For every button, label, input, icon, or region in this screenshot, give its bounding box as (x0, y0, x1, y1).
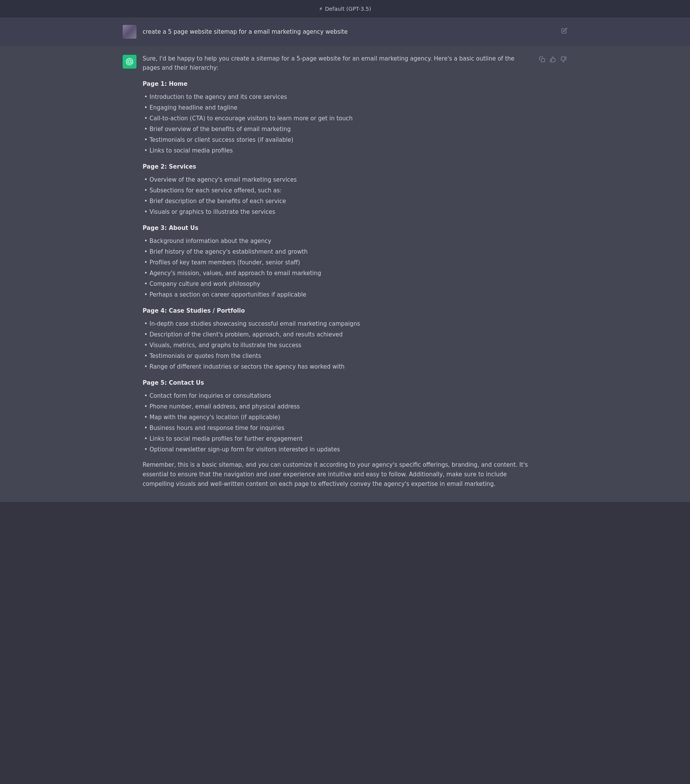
list-item: Profiles of key team members (founder, s… (143, 258, 532, 267)
list-item: Business hours and response time for inq… (143, 423, 532, 433)
list-item: Links to social media profiles (143, 146, 532, 155)
page-4-section: Page 4: Case Studies / Portfolio In-dept… (143, 306, 532, 371)
list-item: Links to social media profiles for furth… (143, 434, 532, 443)
thumbs-up-button[interactable] (549, 56, 556, 65)
top-bar: ⚡ Default (GPT-3.5) (0, 0, 690, 18)
page-1-heading: Page 1: Home (143, 79, 532, 89)
list-item: Description of the client's problem, app… (143, 330, 532, 339)
chatgpt-logo-icon (126, 58, 134, 66)
user-avatar-image (123, 25, 137, 39)
list-item: Phone number, email address, and physica… (143, 402, 532, 411)
list-item: Brief overview of the benefits of email … (143, 125, 532, 134)
model-name-label: Default (GPT-3.5) (325, 5, 371, 13)
page-3-heading: Page 3: About Us (143, 223, 532, 232)
page-2-section: Page 2: Services Overview of the agency'… (143, 162, 532, 216)
list-item: Brief description of the benefits of eac… (143, 196, 532, 206)
page-5-heading: Page 5: Contact Us (143, 378, 532, 387)
page-2-heading: Page 2: Services (143, 162, 532, 171)
user-avatar (123, 25, 137, 39)
list-item: Testimonials or quotes from the clients (143, 351, 532, 361)
assistant-message-row: Sure, I'd be happy to help you create a … (0, 46, 690, 502)
list-item: Background information about the agency (143, 236, 532, 245)
page-5-section: Page 5: Contact Us Contact form for inqu… (143, 378, 532, 454)
list-item: Overview of the agency's email marketing… (143, 175, 532, 184)
list-item: Company culture and work philosophy (143, 279, 532, 288)
thumbs-down-button[interactable] (560, 56, 567, 65)
page-2-list: Overview of the agency's email marketing… (143, 175, 532, 216)
user-message-text: create a 5 page website sitemap for a em… (143, 25, 555, 36)
list-item: Contact form for inquiries or consultati… (143, 391, 532, 400)
page-4-heading: Page 4: Case Studies / Portfolio (143, 306, 532, 315)
list-item: Map with the agency's location (if appli… (143, 413, 532, 422)
user-message-row: create a 5 page website sitemap for a em… (0, 18, 690, 46)
page-3-list: Background information about the agency … (143, 236, 532, 299)
list-item: Optional newsletter sign-up form for vis… (143, 445, 532, 454)
page-5-list: Contact form for inquiries or consultati… (143, 391, 532, 454)
edit-message-button[interactable] (561, 27, 567, 36)
list-item: Visuals or graphics to illustrate the se… (143, 207, 532, 216)
list-item: Call-to-action (CTA) to encourage visito… (143, 114, 532, 123)
list-item: Visuals, metrics, and graphs to illustra… (143, 341, 532, 350)
list-item: Agency's mission, values, and approach t… (143, 268, 532, 278)
list-item: In-depth case studies showcasing success… (143, 319, 532, 328)
list-item: Introduction to the agency and its core … (143, 92, 532, 102)
copy-button[interactable] (538, 56, 546, 65)
assistant-content: Sure, I'd be happy to help you create a … (143, 54, 532, 493)
closing-paragraph: Remember, this is a basic sitemap, and y… (143, 460, 532, 489)
list-item: Brief history of the agency's establishm… (143, 247, 532, 256)
list-item: Range of different industries or sectors… (143, 362, 532, 371)
list-item: Engaging headline and tagline (143, 103, 532, 112)
assistant-avatar (123, 55, 137, 69)
page-1-list: Introduction to the agency and its core … (143, 92, 532, 155)
model-selector[interactable]: ⚡ Default (GPT-3.5) (319, 5, 371, 13)
svg-rect-0 (541, 59, 545, 62)
list-item: Testimonials or client success stories (… (143, 135, 532, 145)
page-4-list: In-depth case studies showcasing success… (143, 319, 532, 371)
action-icons (538, 56, 567, 65)
page-3-section: Page 3: About Us Background information … (143, 223, 532, 299)
lightning-icon: ⚡ (319, 5, 323, 13)
page-1-section: Page 1: Home Introduction to the agency … (143, 79, 532, 155)
assistant-intro: Sure, I'd be happy to help you create a … (143, 54, 532, 72)
list-item: Perhaps a section on career opportunitie… (143, 290, 532, 299)
list-item: Subsections for each service offered, su… (143, 186, 532, 195)
